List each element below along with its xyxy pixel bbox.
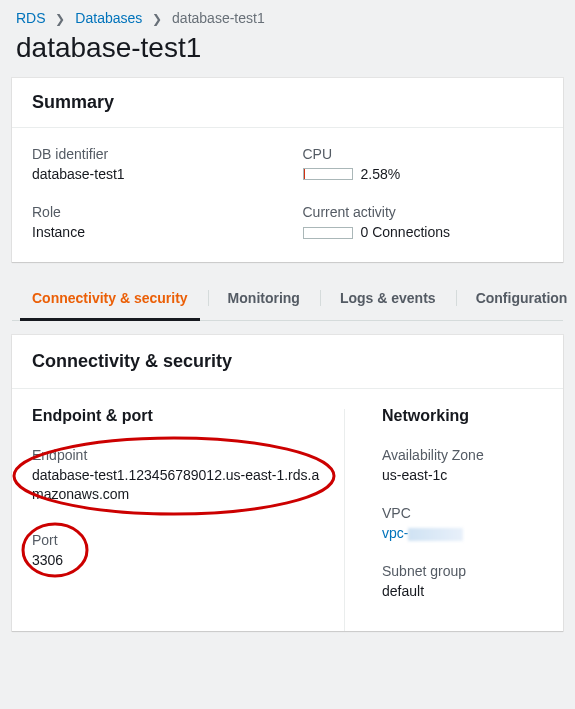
role-label: Role <box>32 204 273 220</box>
tab-connectivity[interactable]: Connectivity & security <box>12 276 208 320</box>
activity-value: 0 Connections <box>361 224 451 240</box>
vpc-link[interactable]: vpc- <box>382 525 408 541</box>
summary-heading: Summary <box>32 92 543 113</box>
breadcrumb-current: database-test1 <box>172 10 265 26</box>
page-title: database-test1 <box>16 32 559 64</box>
role-value: Instance <box>32 224 273 240</box>
breadcrumb-link-databases[interactable]: Databases <box>75 10 142 26</box>
connectivity-heading: Connectivity & security <box>32 351 543 372</box>
connectivity-panel: Connectivity & security Endpoint & port … <box>12 335 563 631</box>
chevron-right-icon: ❯ <box>152 12 162 26</box>
port-value: 3306 <box>32 551 322 570</box>
annotation-ellipse-port <box>18 520 92 580</box>
db-identifier-value: database-test1 <box>32 166 273 182</box>
endpoint-label: Endpoint <box>32 447 322 463</box>
column-divider <box>344 409 345 631</box>
endpoint-port-heading: Endpoint & port <box>32 407 322 425</box>
breadcrumb-link-rds[interactable]: RDS <box>16 10 46 26</box>
tab-logs-events[interactable]: Logs & events <box>320 276 456 320</box>
az-value: us-east-1c <box>382 466 543 485</box>
az-label: Availability Zone <box>382 447 543 463</box>
cpu-value: 2.58% <box>361 166 401 182</box>
activity-label: Current activity <box>303 204 544 220</box>
networking-heading: Networking <box>382 407 543 425</box>
tab-configuration[interactable]: Configuration <box>456 276 575 320</box>
port-label: Port <box>32 532 322 548</box>
breadcrumb: RDS ❯ Databases ❯ database-test1 <box>0 0 575 26</box>
summary-header: Summary <box>12 78 563 128</box>
activity-bar <box>303 227 353 239</box>
subnet-group-label: Subnet group <box>382 563 543 579</box>
tab-monitoring[interactable]: Monitoring <box>208 276 320 320</box>
db-identifier-label: DB identifier <box>32 146 273 162</box>
tabs: Connectivity & security Monitoring Logs … <box>12 276 563 321</box>
cpu-label: CPU <box>303 146 544 162</box>
vpc-redacted <box>408 528 463 541</box>
cpu-bar <box>303 168 353 180</box>
summary-panel: Summary DB identifier database-test1 Rol… <box>12 78 563 262</box>
endpoint-value: database-test1.123456789012.us-east-1.rd… <box>32 466 322 504</box>
subnet-group-value: default <box>382 582 543 601</box>
vpc-label: VPC <box>382 505 543 521</box>
chevron-right-icon: ❯ <box>55 12 65 26</box>
